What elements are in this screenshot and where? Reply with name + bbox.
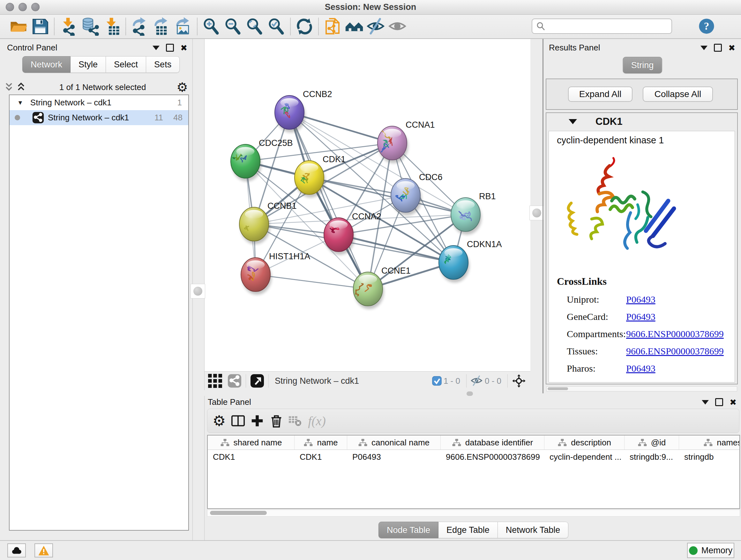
- column-header-name[interactable]: name: [294, 435, 347, 449]
- memory-button[interactable]: Memory: [687, 543, 734, 558]
- network-row-selected[interactable]: String Network – cdk1 11 48: [10, 110, 188, 125]
- tab-string[interactable]: String: [623, 57, 662, 73]
- results-scrollbar[interactable]: [546, 386, 737, 391]
- column-header-namespace[interactable]: namespace: [679, 435, 740, 449]
- network-node[interactable]: HIST1H1A: [241, 252, 310, 295]
- panel-close-icon[interactable]: ✖: [180, 44, 187, 51]
- crosslink-compartmentslink[interactable]: 9606.ENSP00000378699: [626, 328, 724, 339]
- show-all-icon[interactable]: [388, 17, 407, 36]
- zoom-fit-icon[interactable]: [246, 17, 264, 36]
- entry-disclosure-icon[interactable]: [569, 119, 577, 124]
- table-scrollbar-thumb[interactable]: [210, 511, 267, 515]
- table-row[interactable]: CDK1CDK1P064939606.ENSP00000378699cyclin…: [208, 450, 739, 464]
- network-options-gear-icon[interactable]: ⚙: [177, 81, 188, 94]
- clone-network-icon[interactable]: [323, 17, 342, 36]
- expand-all-networks-icon[interactable]: [4, 82, 13, 92]
- search-input[interactable]: [548, 19, 668, 33]
- grid-view-icon[interactable]: [208, 374, 222, 388]
- first-neighbors-icon[interactable]: [345, 17, 363, 36]
- warning-status-button[interactable]: [35, 543, 53, 557]
- tab-edge-table[interactable]: Edge Table: [439, 522, 498, 538]
- tab-node-table[interactable]: Node Table: [379, 522, 439, 538]
- tab-network[interactable]: Network: [22, 56, 71, 73]
- left-splitter-handle[interactable]: [191, 284, 205, 299]
- network-node[interactable]: CCNE1: [353, 266, 411, 309]
- export-network-icon[interactable]: [131, 17, 149, 36]
- export-table-icon[interactable]: [152, 17, 171, 36]
- network-collection-row[interactable]: ▼ String Network – cdk1 1: [10, 95, 188, 110]
- network-node[interactable]: CDC25B: [231, 138, 293, 181]
- import-table-file-icon[interactable]: [103, 17, 121, 36]
- import-network-database-icon[interactable]: [81, 17, 99, 36]
- center-network-icon[interactable]: [512, 374, 526, 388]
- table-cell[interactable]: CDK1: [208, 450, 294, 464]
- crosslink-genecardlink[interactable]: P06493: [626, 311, 656, 322]
- crosslink-tissueslink[interactable]: 9606.ENSP00000378699: [626, 346, 724, 357]
- hidden-eye-slash-icon[interactable]: [471, 375, 483, 386]
- zoom-selected-icon[interactable]: [267, 17, 286, 36]
- network-edge[interactable]: [289, 112, 368, 289]
- show-columns-icon[interactable]: [231, 414, 246, 428]
- hide-selected-icon[interactable]: [367, 17, 385, 36]
- panel-close-icon[interactable]: ✖: [730, 399, 737, 406]
- panel-menu-icon[interactable]: [152, 46, 159, 50]
- results-scrollbar-thumb[interactable]: [548, 387, 568, 390]
- expand-all-button[interactable]: Expand All: [568, 86, 632, 102]
- panel-menu-icon[interactable]: [700, 46, 708, 50]
- panel-float-icon[interactable]: [715, 398, 723, 406]
- add-column-icon[interactable]: [250, 414, 265, 428]
- column-header-id[interactable]: @id: [624, 435, 679, 449]
- table-cell[interactable]: 9606.ENSP00000378699: [441, 450, 544, 464]
- column-header-canonical-name[interactable]: canonical name: [347, 435, 441, 449]
- column-header-description[interactable]: description: [544, 435, 624, 449]
- export-image-icon[interactable]: [174, 17, 192, 36]
- save-session-icon[interactable]: [31, 17, 50, 36]
- table-cell[interactable]: P06493: [347, 450, 441, 464]
- zoom-in-icon[interactable]: [202, 17, 220, 36]
- apply-preferred-layout-icon[interactable]: [295, 17, 314, 36]
- table-cell[interactable]: cyclin-dependent ...: [544, 450, 624, 464]
- tab-network-table[interactable]: Network Table: [498, 522, 569, 538]
- table-options-gear-icon[interactable]: ⚙: [212, 414, 226, 428]
- column-header-shared-name[interactable]: shared name: [208, 435, 294, 449]
- open-file-icon[interactable]: [9, 17, 28, 36]
- table-cell[interactable]: CDK1: [294, 450, 347, 464]
- help-button[interactable]: ?: [697, 17, 716, 35]
- table-horizontal-scrollbar[interactable]: [207, 509, 740, 516]
- panel-menu-icon[interactable]: [702, 400, 709, 405]
- crosslink-uniprotlink[interactable]: P06493: [626, 294, 656, 305]
- right-splitter-handle[interactable]: [529, 206, 544, 220]
- delete-column-icon[interactable]: [269, 414, 284, 428]
- column-header-database-identifier[interactable]: database identifier: [441, 435, 544, 449]
- network-node[interactable]: CDC6: [391, 172, 443, 215]
- collection-disclosure-icon[interactable]: ▼: [17, 99, 23, 106]
- bottom-splitter-handle[interactable]: [467, 391, 473, 396]
- crosslink-pharoslink[interactable]: P06493: [626, 363, 656, 374]
- import-network-file-icon[interactable]: [59, 17, 77, 36]
- search-box[interactable]: [532, 18, 672, 34]
- network-node[interactable]: CDKN1A: [439, 240, 502, 283]
- network-canvas[interactable]: CCNB2CCNA1CDC25BCDK1CDC6RB1CCNB1CCNA2CDK…: [204, 39, 530, 371]
- table-cell[interactable]: stringdb:9...: [624, 450, 679, 464]
- cloud-status-button[interactable]: [7, 543, 26, 557]
- tab-sets[interactable]: Sets: [146, 56, 180, 73]
- network-edge[interactable]: [256, 274, 368, 289]
- table-cell[interactable]: stringdb: [679, 450, 740, 464]
- panel-float-icon[interactable]: [166, 44, 174, 52]
- panel-float-icon[interactable]: [714, 44, 722, 52]
- network-node[interactable]: CCNB2: [275, 89, 332, 132]
- column-header-label: database identifier: [465, 438, 533, 448]
- birdseye-view-icon[interactable]: [250, 374, 264, 388]
- collapse-all-networks-icon[interactable]: [17, 82, 25, 92]
- entry-header[interactable]: CDK1: [546, 113, 737, 130]
- results-panel-divider[interactable]: [542, 39, 543, 393]
- network-node[interactable]: RB1: [451, 192, 496, 235]
- zoom-out-icon[interactable]: [224, 17, 242, 36]
- tab-select[interactable]: Select: [106, 56, 146, 73]
- panel-close-icon[interactable]: ✖: [728, 44, 735, 51]
- collapse-all-button[interactable]: Collapse All: [643, 86, 713, 102]
- network-node[interactable]: CDK1: [294, 154, 346, 198]
- tab-style[interactable]: Style: [71, 56, 106, 73]
- selected-checkbox-icon[interactable]: [432, 376, 442, 386]
- network-share-view-icon[interactable]: [227, 374, 242, 388]
